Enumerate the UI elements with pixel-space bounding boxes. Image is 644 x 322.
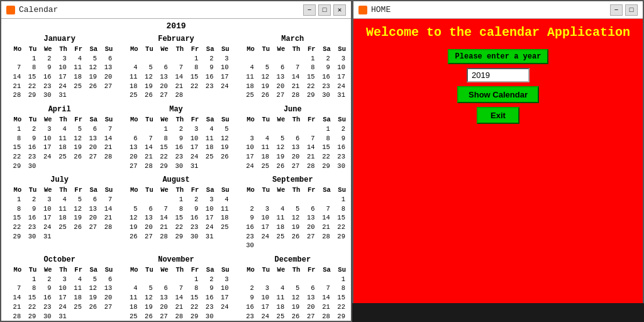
month-block-may: MayMoTuWeThFrSaSu00123456789101112131415… [123, 105, 229, 170]
day-cell: 29 [184, 312, 199, 321]
day-header: Th [285, 45, 300, 54]
day-cell: 20 [123, 152, 138, 162]
day-cell: 23 [199, 303, 214, 312]
day-cell: 24 [36, 223, 52, 232]
day-header: We [153, 115, 169, 125]
day-cell: 7 [169, 63, 184, 72]
day-cell: 24 [255, 312, 270, 321]
day-header: Fr [184, 265, 199, 275]
day-cell: 3 [255, 204, 270, 214]
day-cell: 13 [97, 284, 113, 293]
home-minimize-btn[interactable]: − [610, 4, 623, 16]
day-header: Tu [255, 115, 270, 125]
day-cell: 28 [169, 312, 184, 321]
day-cell: 20 [138, 223, 153, 232]
day-cell: 31 [52, 91, 67, 100]
month-name: August [123, 175, 229, 184]
day-cell: 20 [300, 303, 315, 312]
day-cell: 10 [199, 204, 214, 214]
day-header: Mo [123, 186, 138, 195]
day-cell: 9 [316, 63, 331, 72]
day-cell: 3 [214, 275, 229, 284]
day-cell: 20 [270, 82, 285, 91]
month-days-grid: MoTuWeThFrSaSu00001234567891011121314151… [240, 45, 346, 100]
month-name: June [240, 105, 346, 114]
month-days-grid: MoTuWeThFrSaSu00123456789101112131415161… [123, 115, 229, 170]
day-cell: 1 [6, 195, 21, 204]
day-header: We [36, 265, 52, 275]
day-cell: 6 [285, 134, 300, 143]
month-block-september: SeptemberMoTuWeThFrSaSu00000012345678910… [240, 175, 346, 250]
day-cell: 29 [331, 232, 346, 242]
day-cell: 15 [331, 293, 346, 303]
month-name: September [240, 175, 346, 184]
day-cell: 17 [255, 303, 270, 312]
month-block-october: OctoberMoTuWeThFrSaSu0123456789101112131… [6, 255, 113, 321]
day-header: Sa [316, 186, 331, 195]
month-days-grid: MoTuWeThFrSaSu00012345678910111213141516… [123, 186, 229, 241]
day-cell: 14 [97, 204, 113, 214]
day-header: Fr [300, 115, 315, 125]
day-cell: 22 [153, 152, 169, 162]
day-cell: 2 [316, 54, 331, 64]
day-cell: 1 [169, 195, 184, 204]
day-cell: 12 [67, 204, 82, 214]
day-header: Tu [138, 186, 153, 195]
show-calendar-button[interactable]: Show Calendar [457, 86, 539, 103]
day-header: Th [285, 265, 300, 275]
day-cell: 1 [184, 54, 199, 64]
day-cell: 11 [67, 284, 82, 293]
day-cell: 22 [300, 82, 315, 91]
day-cell: 12 [214, 134, 229, 143]
day-header: Th [169, 186, 184, 195]
day-cell: 24 [214, 303, 229, 312]
day-cell: 24 [52, 303, 67, 312]
day-cell: 15 [6, 143, 21, 152]
day-cell: 25 [123, 91, 138, 100]
day-cell: 22 [331, 303, 346, 312]
calendar-maximize-btn[interactable]: □ [318, 4, 331, 16]
day-header: Fr [184, 45, 199, 54]
day-cell: 3 [331, 54, 346, 64]
day-cell: 8 [21, 63, 36, 72]
day-cell: 30 [36, 312, 52, 321]
home-maximize-btn[interactable]: □ [625, 4, 638, 16]
calendar-close-btn[interactable]: ✕ [333, 4, 346, 16]
day-header: We [270, 265, 285, 275]
day-cell: 10 [255, 213, 270, 223]
day-cell: 25 [240, 91, 255, 100]
day-header: Fr [300, 265, 315, 275]
month-name: January [6, 35, 113, 43]
day-cell: 14 [316, 293, 331, 303]
calendar-title-left: Calendar [6, 5, 58, 14]
day-cell: 25 [52, 223, 67, 232]
day-cell: 21 [138, 152, 153, 162]
month-days-grid: MoTuWeThFrSaSu00000012345678910111213141… [240, 265, 346, 321]
day-cell: 12 [138, 72, 153, 82]
exit-button[interactable]: Exit [477, 107, 519, 124]
year-input[interactable] [467, 68, 530, 82]
day-header: We [270, 186, 285, 195]
day-cell: 8 [184, 284, 199, 293]
calendar-minimize-btn[interactable]: − [303, 4, 316, 16]
day-cell: 30 [169, 162, 184, 171]
day-cell: 19 [67, 213, 82, 223]
day-header: Su [331, 45, 346, 54]
month-name: May [123, 105, 229, 114]
day-cell: 8 [331, 204, 346, 214]
day-cell: 10 [214, 284, 229, 293]
day-cell: 13 [97, 63, 113, 72]
day-cell: 5 [270, 134, 285, 143]
day-cell: 9 [240, 213, 255, 223]
day-cell: 20 [153, 303, 169, 312]
day-header: Th [169, 45, 184, 54]
day-cell: 6 [153, 63, 169, 72]
day-header: Fr [67, 115, 82, 125]
day-cell: 18 [67, 72, 82, 82]
day-header: Mo [6, 115, 21, 125]
day-cell: 25 [67, 82, 82, 91]
day-cell: 10 [184, 134, 199, 143]
day-header: Tu [21, 186, 36, 195]
day-cell: 14 [97, 134, 113, 143]
day-cell: 5 [138, 63, 153, 72]
